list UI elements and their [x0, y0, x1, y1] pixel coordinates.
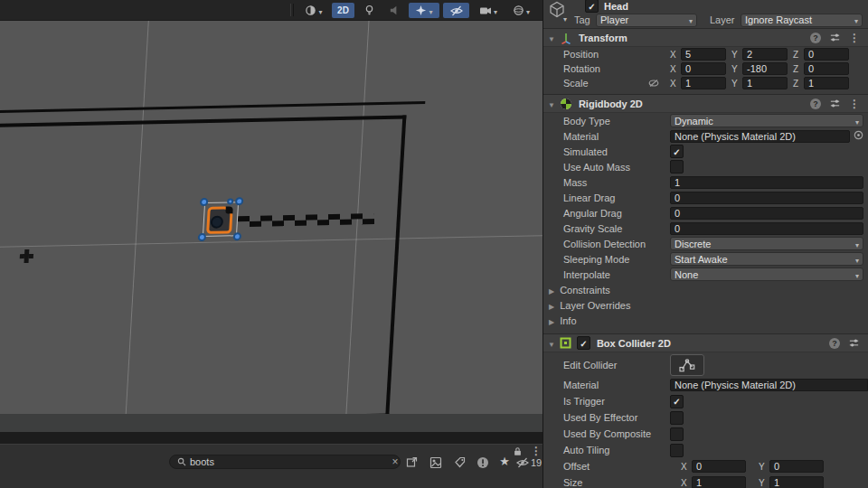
bc-material-field[interactable]: None (Physics Material 2D): [670, 379, 868, 391]
size-x-field[interactable]: 1: [692, 476, 746, 488]
cross-sprite: [24, 254, 29, 258]
gameobject-name[interactable]: Head: [604, 1, 628, 12]
scene-camera-button[interactable]: [474, 3, 503, 18]
selected-gameobject[interactable]: [203, 202, 239, 237]
help-icon[interactable]: [810, 33, 821, 43]
scene-viewport[interactable]: [0, 21, 542, 414]
constraints-foldout[interactable]: Constraints: [543, 282, 868, 297]
gizmos-button[interactable]: [506, 3, 536, 18]
simulated-checkbox[interactable]: [670, 145, 684, 158]
scale-x-field[interactable]: 1: [681, 77, 726, 89]
layer-dropdown[interactable]: Ignore Raycast: [741, 14, 863, 27]
interpolate-dropdown[interactable]: None: [670, 267, 863, 281]
position-y-field[interactable]: 2: [742, 48, 788, 61]
rotation-x-field[interactable]: 0: [681, 62, 726, 75]
gravity-scale-field[interactable]: 0: [670, 222, 863, 235]
object-picker-icon[interactable]: [854, 130, 863, 142]
body-type-value: Dynamic: [675, 116, 855, 127]
clear-search-icon[interactable]: [390, 455, 401, 469]
search-value: boots: [190, 456, 214, 467]
help-icon[interactable]: [829, 338, 840, 349]
foldout-open-icon[interactable]: [548, 99, 555, 109]
boxcollider2d-enabled-checkbox[interactable]: [577, 336, 590, 350]
sleeping-mode-dropdown[interactable]: Start Awake: [670, 252, 863, 266]
size-y-field[interactable]: 1: [769, 476, 824, 488]
search-input[interactable]: boots: [169, 455, 401, 469]
rotation-z-field[interactable]: 0: [804, 62, 849, 75]
mass-field[interactable]: 1: [670, 176, 863, 189]
size-row: Size X1 Y1: [543, 474, 868, 488]
window-divider[interactable]: [0, 432, 542, 444]
open-search-window-icon[interactable]: [405, 455, 419, 469]
simulated-row: Simulated: [543, 144, 868, 159]
transform-header[interactable]: Transform: [543, 28, 868, 47]
speaker-icon: [389, 5, 401, 16]
shaded-mode-icon: [305, 5, 316, 16]
foldout-open-icon[interactable]: [548, 338, 555, 349]
gameobject-active-checkbox[interactable]: [585, 0, 599, 13]
presets-icon[interactable]: [829, 98, 841, 109]
2d-mode-button[interactable]: 2D: [332, 3, 354, 18]
check-icon: [580, 338, 587, 349]
scale-z-field[interactable]: 1: [804, 77, 849, 89]
tag-dropdown[interactable]: Player: [596, 14, 697, 27]
scene-lighting-button[interactable]: [358, 3, 380, 18]
alert-filter-icon[interactable]: [475, 455, 491, 470]
foldout-open-icon[interactable]: [548, 33, 555, 43]
collision-detection-dropdown[interactable]: Discrete: [670, 237, 863, 250]
draw-mode-button[interactable]: [298, 3, 329, 18]
sprite-filter-icon[interactable]: [428, 455, 444, 470]
chevron-down-icon: [855, 239, 859, 249]
used-by-effector-checkbox[interactable]: [670, 411, 684, 425]
linked-scale-icon[interactable]: [648, 78, 659, 90]
gameobject-icon-dropdown[interactable]: [563, 13, 567, 23]
scale-row: Scale X1 Y1 Z1: [543, 76, 868, 90]
info-foldout[interactable]: Info: [543, 313, 868, 328]
position-label: Position: [563, 49, 670, 60]
axis-x-label: X: [670, 79, 681, 89]
is-trigger-checkbox[interactable]: [670, 395, 684, 408]
scene-bottom-strip: [0, 414, 542, 432]
hidden-objects-count: 19: [531, 457, 542, 468]
position-x-field[interactable]: 5: [681, 48, 726, 61]
chevron-down-icon: [429, 5, 432, 16]
boxcollider2d-header[interactable]: Box Collider 2D: [543, 333, 868, 352]
scale-y-field[interactable]: 1: [742, 77, 788, 89]
kebab-menu-icon[interactable]: [849, 98, 860, 110]
offset-y-field[interactable]: 0: [769, 460, 824, 473]
chevron-down-icon: [318, 5, 322, 16]
2d-mode-label: 2D: [337, 5, 349, 15]
interpolate-value: None: [675, 269, 855, 280]
offset-x-field[interactable]: 0: [692, 460, 746, 473]
rigidbody2d-header[interactable]: Rigidbody 2D: [543, 94, 868, 113]
chevron-down-icon: [689, 14, 693, 25]
favorites-star-icon[interactable]: [496, 454, 513, 469]
used-by-composite-checkbox[interactable]: [670, 427, 684, 441]
rb-material-field[interactable]: None (Physics Material 2D): [670, 130, 850, 143]
layer-overrides-foldout[interactable]: Layer Overrides: [543, 297, 868, 313]
label-filter-icon[interactable]: [451, 455, 467, 470]
use-auto-mass-checkbox[interactable]: [670, 160, 684, 174]
rb-material-row: Material None (Physics Material 2D): [543, 128, 868, 144]
camera-icon: [479, 5, 492, 16]
angular-drag-field[interactable]: 0: [670, 207, 863, 220]
edit-collider-button[interactable]: [670, 354, 704, 376]
help-icon[interactable]: [810, 99, 821, 109]
body-type-label: Body Type: [563, 116, 670, 127]
linear-drag-field[interactable]: 0: [670, 192, 863, 204]
used-by-composite-row: Used By Composite: [543, 426, 868, 442]
scene-visibility-button[interactable]: [443, 3, 469, 18]
gizmo-sphere-icon: [513, 5, 524, 16]
kebab-menu-icon[interactable]: [849, 32, 860, 44]
body-type-dropdown[interactable]: Dynamic: [670, 114, 863, 127]
presets-icon[interactable]: [829, 32, 841, 43]
chevron-down-icon: [854, 14, 858, 25]
position-z-field[interactable]: 0: [804, 48, 849, 61]
scene-audio-button[interactable]: [383, 3, 405, 18]
effects-button[interactable]: [409, 3, 439, 18]
hidden-objects-toggle[interactable]: 19: [515, 455, 542, 469]
rotation-y-field[interactable]: -180: [742, 62, 788, 75]
head-sprite[interactable]: [206, 206, 233, 234]
auto-tiling-checkbox[interactable]: [670, 444, 684, 457]
presets-icon[interactable]: [848, 337, 860, 349]
